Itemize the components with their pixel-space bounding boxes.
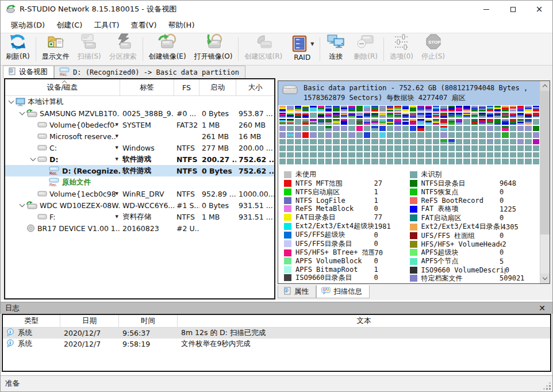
table-row[interactable]: WDC WD10EZEX-08W...WD-WCC6Y6...#1 S...0 … xyxy=(5,199,274,211)
legend-count: 1 xyxy=(374,188,410,196)
toolbar-button-label: 选项(0) xyxy=(390,52,413,62)
resize-grip[interactable] xyxy=(544,383,551,390)
scan-stripe xyxy=(479,116,485,118)
tab-recognized-partition[interactable]: Rec. D: (Recognized0) -> Basic data part… xyxy=(54,66,245,78)
scan-stripe xyxy=(333,109,339,111)
scan-block xyxy=(302,139,309,145)
toolbar-button-refresh[interactable]: 刷新(R) xyxy=(2,34,34,64)
legend-item: UFS/FFS 柱面组0 xyxy=(410,231,536,240)
toolbar-button-partition-search: 分区搜索 xyxy=(105,34,141,64)
scan-block xyxy=(494,152,501,158)
scan-block xyxy=(487,132,493,138)
minimize-button[interactable] xyxy=(473,1,500,18)
menu-item-5[interactable]: 帮助(H) xyxy=(163,18,201,33)
log-column-header-3[interactable]: 时间 xyxy=(119,315,178,327)
raid-dropdown-arrow-icon[interactable]: ▼ xyxy=(310,41,314,47)
toolbar-button-open-image[interactable]: 打开镜像(O) xyxy=(190,34,237,64)
scan-block xyxy=(364,113,370,118)
table-row[interactable]: SAMSUNG MZVLB1T0...0025_388B_9...#0 ...0… xyxy=(5,107,274,119)
scan-block xyxy=(463,139,470,145)
close-button[interactable]: × xyxy=(526,1,552,18)
expand-chevron-icon[interactable] xyxy=(29,155,37,163)
device-column-header-3[interactable]: FS xyxy=(174,79,199,95)
scan-block xyxy=(533,119,539,125)
scan-block xyxy=(456,132,462,138)
row-dropdown-arrow-icon[interactable]: ▼ xyxy=(116,134,120,139)
scan-block xyxy=(333,139,339,145)
log-column-header-1[interactable]: 类型 xyxy=(3,315,60,327)
app-icon xyxy=(6,4,16,15)
row-dropdown-arrow-icon[interactable]: ▼ xyxy=(116,145,120,150)
log-row[interactable]: i系统2020/12/79:58:19文件枚举在9秒内完成 xyxy=(3,339,550,349)
tab-device-view[interactable]: i 设备视图 xyxy=(3,66,54,78)
scan-block xyxy=(433,106,439,112)
device-column-header-2[interactable]: 标签 xyxy=(120,79,174,95)
scan-stripe xyxy=(341,109,347,111)
scan-block xyxy=(487,145,493,151)
scan-block xyxy=(356,119,363,125)
scan-block xyxy=(448,119,455,125)
toolbar-button-connect[interactable]: 连接 xyxy=(322,34,350,64)
scan-stripe xyxy=(356,116,363,118)
legend-item: NTFS目录条目9648 xyxy=(410,179,536,187)
tab-properties[interactable]: i 属性 xyxy=(278,285,316,298)
table-row[interactable]: D:▼软件游戏NTFS200.27 ...752.62 ... xyxy=(5,153,274,165)
toolbar-button-create-image[interactable]: 创建镜像(E) xyxy=(145,34,190,64)
row-dropdown-arrow-icon[interactable]: ▼ xyxy=(116,191,120,196)
scrollbar-thumb[interactable] xyxy=(540,91,550,235)
scan-panel-scrollbar[interactable] xyxy=(540,81,550,283)
legend-item: APFS个节点5 xyxy=(410,257,536,266)
scan-block xyxy=(425,145,432,151)
table-row[interactable]: Volume{0bedecf0-...▼SYSTEMFAT321 MB260 M… xyxy=(5,119,274,130)
row-dropdown-arrow-icon[interactable]: ▼ xyxy=(116,157,120,162)
log-column-header-2[interactable]: 日期 xyxy=(60,315,119,327)
scan-block xyxy=(456,106,462,112)
scan-block xyxy=(295,139,301,145)
device-column-header-1[interactable]: 设备/磁盘 xyxy=(5,79,120,95)
table-row[interactable]: F:▼资料存储NTFS1 MB931.51 ... xyxy=(5,211,274,222)
row-dropdown-arrow-icon[interactable]: ▼ xyxy=(116,122,120,127)
toolbar-button-raid[interactable]: ▼RAID xyxy=(286,34,318,64)
scan-block xyxy=(533,139,539,145)
expand-chevron-icon[interactable] xyxy=(18,201,26,209)
toolbar-button-show-files[interactable]: 显示文件 xyxy=(38,34,74,64)
scan-block xyxy=(279,113,286,118)
device-column-header-5[interactable]: 大小 xyxy=(236,79,274,95)
expand-chevron-icon[interactable] xyxy=(18,109,26,117)
table-row[interactable]: Microsoft reserve...▼261 MB16 MB xyxy=(5,130,274,142)
table-row[interactable]: BR17 DEVICE V1.00 1....20160823#2 U... xyxy=(5,222,274,234)
table-row[interactable]: C:▼WindowsNTFS277 MB200.00 ... xyxy=(5,142,274,153)
scan-block xyxy=(463,106,470,112)
menu-item-4[interactable]: 查看(V) xyxy=(125,18,162,33)
device-column-header-4[interactable]: 启动 xyxy=(199,79,236,95)
log-row[interactable]: i系统2020/12/79:56:378m 12s 的 D: 扫描已完成 xyxy=(3,328,550,339)
tab-scan-info[interactable]: 扫描信息 xyxy=(316,285,370,298)
scan-block xyxy=(502,119,508,125)
rec-icon: Rec. xyxy=(48,166,60,175)
menu-item-3[interactable]: 工具(T) xyxy=(88,18,125,33)
expand-chevron-icon[interactable] xyxy=(7,98,16,106)
table-row[interactable]: Rec.D: (Recognize...软件游戏NTFS0 Bytes752.6… xyxy=(5,165,274,176)
table-row[interactable]: Rec.原始文件 xyxy=(5,176,274,188)
log-column-header-4[interactable]: 文本 xyxy=(178,315,550,327)
table-row[interactable]: Volume{1ecb0c98-...▼WinRE_DRVNTFS952.89 … xyxy=(5,188,274,199)
scroll-down-button[interactable] xyxy=(540,274,550,283)
scan-stripe xyxy=(410,116,416,118)
partition-icon xyxy=(37,156,47,163)
scan-stripe xyxy=(440,129,447,131)
legend-count: 1 xyxy=(374,266,410,274)
maximize-button[interactable] xyxy=(500,1,526,18)
scan-block xyxy=(310,119,316,125)
scan-block xyxy=(440,152,447,158)
scan-block-map[interactable] xyxy=(279,105,540,165)
menu-item-1[interactable]: 驱动器(D) xyxy=(5,18,51,33)
row-dropdown-arrow-icon[interactable]: ▼ xyxy=(116,214,120,219)
legend-label: ISO9660目录条目 xyxy=(295,273,352,283)
table-row[interactable]: 本地计算机 xyxy=(5,96,274,107)
log-close-icon[interactable]: ✕ xyxy=(536,304,548,312)
scan-block xyxy=(348,159,355,164)
scan-stripe xyxy=(433,123,439,124)
scan-block xyxy=(325,139,332,145)
menu-item-2[interactable]: 创建(C) xyxy=(51,18,88,33)
scroll-up-button[interactable] xyxy=(540,81,550,91)
